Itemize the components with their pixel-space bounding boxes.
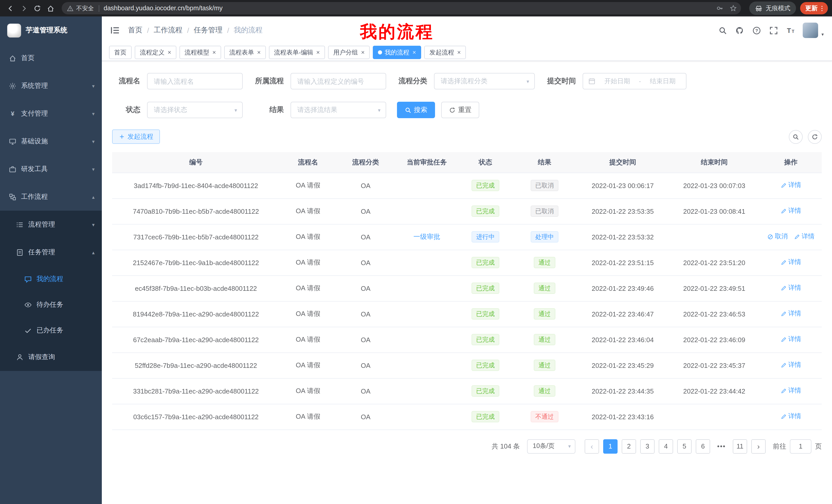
tab-label: 发起流程: [430, 48, 454, 57]
cell-process-id: 7470a810-7b9b-11ec-b5b7-acde48001122: [112, 198, 280, 224]
tab-process-form-edit[interactable]: 流程表单-编辑×: [269, 46, 325, 59]
more-pages-button[interactable]: •••: [714, 439, 729, 453]
breadcrumb-item[interactable]: 工作流程: [154, 26, 183, 35]
date-range-picker[interactable]: 开始日期 - 结束日期: [582, 73, 686, 89]
sidebar-item-task-management[interactable]: 任务管理▴: [0, 239, 102, 266]
url-text[interactable]: dashboard.yudao.iocoder.cn/bpm/task/my: [104, 5, 223, 12]
cell-current-task: [395, 173, 459, 198]
process-name-input[interactable]: [147, 73, 243, 89]
search-button[interactable]: 搜索: [397, 102, 435, 118]
page-button-6[interactable]: 6: [696, 439, 710, 453]
sidebar-item-todo-tasks[interactable]: 待办任务: [0, 292, 102, 317]
cell-current-task: [395, 378, 459, 404]
table-row: 819442e8-7b9a-11ec-a290-acde48001122OA 请…: [112, 301, 822, 327]
search-icon[interactable]: [718, 26, 727, 35]
avatar[interactable]: [803, 23, 818, 38]
cell-status: 已完成: [459, 275, 512, 301]
status-badge: 已完成: [471, 411, 499, 422]
close-icon[interactable]: ×: [316, 49, 320, 56]
process-definition-input[interactable]: [290, 73, 386, 89]
key-icon[interactable]: [716, 5, 724, 12]
cell-category: OA: [336, 275, 395, 301]
reset-button[interactable]: 重置: [441, 102, 479, 118]
back-icon[interactable]: [4, 2, 17, 15]
tab-start-process[interactable]: 发起流程×: [424, 46, 466, 59]
cancel-action-link[interactable]: 取消: [767, 232, 788, 241]
sidebar-item-my-process[interactable]: 我的流程: [0, 266, 102, 292]
close-icon[interactable]: ×: [361, 49, 365, 56]
close-icon[interactable]: ×: [257, 49, 261, 56]
sidebar-item-home[interactable]: 首页: [0, 44, 102, 72]
sidebar-item-label: 支付管理: [21, 109, 87, 118]
close-icon[interactable]: ×: [167, 49, 171, 56]
table-refresh-button[interactable]: [808, 130, 822, 144]
next-page-button[interactable]: ›: [751, 439, 766, 453]
page-button-1[interactable]: 1: [603, 439, 618, 453]
chevron-down-icon[interactable]: ▾: [822, 32, 824, 38]
done-icon: [24, 327, 32, 334]
breadcrumb-item[interactable]: 任务管理: [194, 26, 223, 35]
tab-user-group[interactable]: 用户分组×: [328, 46, 370, 59]
column-header-1: 编号: [112, 152, 280, 173]
forward-icon[interactable]: [18, 2, 30, 15]
menu-dots-icon[interactable]: [818, 5, 825, 11]
sidebar-item-workflow[interactable]: 工作流程▴: [0, 183, 102, 211]
sidebar-item-devtools[interactable]: 研发工具▾: [0, 155, 102, 183]
detail-action-link[interactable]: 详情: [781, 181, 801, 190]
page-size-select[interactable]: 10条/页▾: [527, 439, 575, 453]
current-task-link[interactable]: 一级审批: [413, 233, 440, 241]
page-button-5[interactable]: 5: [677, 439, 692, 453]
font-size-icon[interactable]: TT: [786, 26, 795, 35]
goto-page-input[interactable]: [790, 439, 811, 453]
cell-process-id: 2152467e-7b9b-11ec-9a1b-acde48001122: [112, 250, 280, 275]
date-end-placeholder: 结束日期: [645, 77, 681, 86]
detail-action-link[interactable]: 详情: [781, 387, 801, 395]
tab-process-definition[interactable]: 流程定义×: [135, 46, 176, 59]
home-icon[interactable]: [44, 2, 57, 15]
update-button[interactable]: 更新: [800, 2, 828, 15]
cancel-icon: [767, 234, 773, 240]
page-button-11[interactable]: 11: [733, 439, 747, 453]
close-icon[interactable]: ×: [412, 49, 416, 56]
detail-action-link[interactable]: 详情: [781, 284, 801, 292]
status-select[interactable]: 请选择状态 ▾: [147, 102, 243, 118]
sidebar-item-infrastructure[interactable]: 基础设施▾: [0, 128, 102, 155]
sidebar-item-payment[interactable]: ¥支付管理▾: [0, 100, 102, 128]
sidebar-item-leave-query[interactable]: 请假查询: [0, 343, 102, 371]
hamburger-icon[interactable]: [110, 25, 120, 35]
breadcrumb-item[interactable]: 首页: [128, 26, 142, 35]
detail-action-link[interactable]: 详情: [781, 361, 801, 370]
tab-process-model[interactable]: 流程模型×: [179, 46, 221, 59]
sidebar-item-process-management[interactable]: 流程管理▾: [0, 211, 102, 239]
fullscreen-icon[interactable]: [769, 26, 778, 35]
process-category-select[interactable]: 请选择流程分类 ▾: [434, 73, 535, 89]
help-icon[interactable]: ?: [752, 26, 761, 35]
tab-my-process[interactable]: 我的流程×: [373, 46, 421, 59]
sidebar-item-done-tasks[interactable]: 已办任务: [0, 317, 102, 343]
sidebar-item-system[interactable]: 系统管理▾: [0, 72, 102, 100]
create-process-button[interactable]: 发起流程: [112, 130, 160, 144]
detail-action-link[interactable]: 详情: [794, 232, 814, 241]
tab-process-form[interactable]: 流程表单×: [224, 46, 266, 59]
detail-action-link[interactable]: 详情: [781, 412, 801, 421]
page-button-3[interactable]: 3: [640, 439, 655, 453]
page-button-2[interactable]: 2: [622, 439, 636, 453]
result-badge: 通过: [534, 360, 555, 371]
page-button-4[interactable]: 4: [659, 439, 673, 453]
close-icon[interactable]: ×: [212, 49, 216, 56]
table-search-toggle-button[interactable]: [789, 130, 803, 144]
tab-home[interactable]: 首页: [109, 46, 132, 59]
close-icon[interactable]: ×: [457, 49, 461, 56]
result-badge: 通过: [534, 385, 555, 397]
reload-icon[interactable]: [31, 2, 43, 15]
github-icon[interactable]: [735, 26, 744, 35]
detail-action-link[interactable]: 详情: [781, 207, 801, 216]
cell-result: 处理中: [512, 224, 577, 250]
bookmark-star-icon[interactable]: [730, 5, 737, 12]
result-select[interactable]: 请选择流结果 ▾: [290, 102, 386, 118]
address-bar[interactable]: 不安全 dashboard.yudao.iocoder.cn/bpm/task/…: [62, 2, 741, 15]
detail-action-link[interactable]: 详情: [781, 335, 801, 344]
detail-action-link[interactable]: 详情: [781, 258, 801, 267]
detail-action-link[interactable]: 详情: [781, 310, 801, 318]
prev-page-button[interactable]: ‹: [585, 439, 599, 453]
